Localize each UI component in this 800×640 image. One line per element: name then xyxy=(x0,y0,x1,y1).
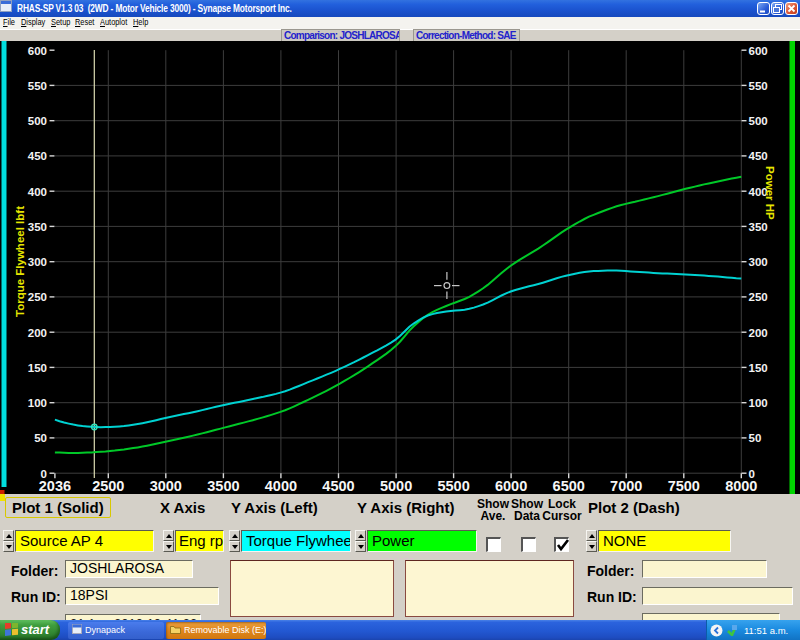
svg-text:8000: 8000 xyxy=(725,478,757,494)
svg-text:Power HP: Power HP xyxy=(764,166,776,220)
svg-text:600: 600 xyxy=(28,45,47,57)
svg-text:200: 200 xyxy=(749,327,768,339)
svg-text:3500: 3500 xyxy=(207,478,239,494)
svg-text:100: 100 xyxy=(749,397,768,409)
svg-text:7500: 7500 xyxy=(668,478,700,494)
svg-text:450: 450 xyxy=(749,150,768,162)
svg-text:600: 600 xyxy=(749,45,768,57)
svg-text:Torque Flywheel lbft: Torque Flywheel lbft xyxy=(14,206,26,317)
svg-text:4500: 4500 xyxy=(322,478,354,494)
svg-text:50: 50 xyxy=(749,432,762,444)
svg-text:300: 300 xyxy=(749,256,768,268)
svg-text:250: 250 xyxy=(749,291,768,303)
svg-text:250: 250 xyxy=(28,291,47,303)
svg-text:5000: 5000 xyxy=(380,478,412,494)
svg-text:550: 550 xyxy=(28,80,47,92)
svg-text:350: 350 xyxy=(749,221,768,233)
svg-text:300: 300 xyxy=(28,256,47,268)
svg-text:100: 100 xyxy=(28,397,47,409)
svg-text:500: 500 xyxy=(28,115,47,127)
svg-text:550: 550 xyxy=(749,80,768,92)
svg-text:5500: 5500 xyxy=(437,478,469,494)
svg-text:50: 50 xyxy=(34,432,47,444)
svg-text:4000: 4000 xyxy=(265,478,297,494)
svg-text:6000: 6000 xyxy=(495,478,527,494)
svg-text:350: 350 xyxy=(28,221,47,233)
svg-text:450: 450 xyxy=(28,150,47,162)
svg-text:2036: 2036 xyxy=(39,478,71,494)
svg-text:6500: 6500 xyxy=(553,478,585,494)
svg-text:150: 150 xyxy=(28,362,47,374)
svg-text:200: 200 xyxy=(28,327,47,339)
svg-text:3000: 3000 xyxy=(150,478,182,494)
svg-text:2500: 2500 xyxy=(92,478,124,494)
svg-text:150: 150 xyxy=(749,362,768,374)
svg-text:500: 500 xyxy=(749,115,768,127)
svg-text:400: 400 xyxy=(28,186,47,198)
svg-text:7000: 7000 xyxy=(610,478,642,494)
